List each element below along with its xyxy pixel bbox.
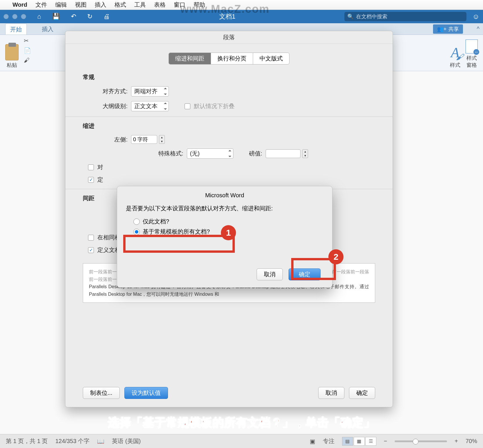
indent-heading: 缩进 — [83, 122, 375, 130]
share-button[interactable]: 👥+共享 — [433, 24, 463, 34]
menu-table[interactable]: 表格 — [154, 1, 166, 9]
app-name[interactable]: Word — [12, 1, 27, 8]
copy-icon[interactable]: 📄 — [24, 47, 31, 54]
paragraph-ok-button[interactable]: 确定 — [349, 387, 375, 399]
annotation-badge-2: 2 — [328, 249, 344, 264]
close-window-icon[interactable] — [3, 14, 9, 19]
tab-stops-button[interactable]: 制表位... — [83, 387, 120, 399]
indent-left-input[interactable] — [131, 135, 157, 144]
page-indicator[interactable]: 第 1 页，共 1 页 — [6, 437, 48, 445]
define-grid-checkbox[interactable] — [88, 177, 94, 183]
by-value-input[interactable] — [266, 149, 300, 158]
special-format-select[interactable]: (无) — [187, 148, 233, 159]
alignment-select[interactable]: 两端对齐 — [131, 86, 169, 96]
zoom-slider[interactable] — [395, 440, 447, 442]
menu-file[interactable]: 文件 — [35, 1, 47, 9]
macos-menubar: Word 文件 编辑 视图 插入 格式 工具 表格 窗口 帮助 — [0, 0, 483, 10]
focus-mode-label[interactable]: 专注 — [323, 437, 334, 445]
styles-pane-group: ↔ 样式 窗格 — [466, 37, 478, 69]
document-title: 文档1 — [110, 12, 344, 21]
alert-ok-button[interactable]: 确定 — [289, 268, 321, 280]
tab-asian-typography[interactable]: 中文版式 — [253, 53, 289, 64]
language-indicator[interactable]: 英语 (美国) — [112, 437, 141, 445]
zoom-out-icon[interactable]: − — [384, 438, 387, 445]
zoom-in-icon[interactable]: + — [455, 438, 458, 445]
indent-left-stepper[interactable]: ▲▼ — [159, 135, 165, 144]
outline-level-label: 大纲级别: — [93, 102, 128, 110]
alert-title: Microsoft Word — [126, 192, 323, 199]
window-titlebar: ⌂ 💾 ↶ ↻ 🖨 文档1 🔍 在文档中搜索 ☺ — [0, 10, 483, 23]
search-icon: 🔍 — [347, 13, 354, 20]
undo-icon[interactable]: ↶ — [71, 13, 76, 20]
menu-insert[interactable]: 插入 — [95, 1, 106, 9]
web-layout-view-icon[interactable]: ▦ — [354, 437, 365, 446]
person-plus-icon: 👥+ — [437, 26, 447, 32]
print-icon[interactable]: 🖨 — [103, 13, 110, 20]
collapse-default-checkbox[interactable] — [185, 103, 190, 109]
special-format-label: 特殊格式: — [158, 150, 183, 157]
no-space-same-style-checkbox[interactable] — [88, 235, 94, 241]
word-count[interactable]: 124/353 个字 — [55, 437, 90, 445]
quick-access-toolbar: ⌂ 💾 ↶ ↻ 🖨 — [37, 13, 110, 20]
menu-window[interactable]: 窗口 — [174, 1, 185, 9]
define-grid-label: 定 — [97, 176, 103, 184]
cut-icon[interactable]: ✂ — [24, 37, 31, 44]
save-icon[interactable]: 💾 — [52, 13, 60, 20]
tab-line-page-breaks[interactable]: 换行和分页 — [211, 53, 253, 64]
mirror-indent-checkbox[interactable] — [88, 164, 94, 170]
menu-tools[interactable]: 工具 — [134, 1, 146, 9]
menu-format[interactable]: 格式 — [115, 1, 126, 9]
spellcheck-icon[interactable]: 📖 — [97, 438, 104, 445]
option-all-docs-radio[interactable] — [133, 229, 140, 235]
focus-mode-icon[interactable]: ▣ — [310, 438, 315, 445]
dialog-tab-bar: 缩进和间距 换行和分页 中文版式 — [65, 53, 393, 64]
styles-pane-label: 样式 窗格 — [466, 55, 477, 69]
outline-view-icon[interactable]: ☰ — [365, 437, 376, 446]
zoom-percent[interactable]: 70% — [466, 438, 477, 445]
instruction-caption: 选择「基于常规模板的所有文档？」，单击「确定」 — [0, 415, 483, 431]
option-all-docs-label: 基于常规模板的所有文档? — [143, 228, 210, 236]
indent-left-label: 左侧: — [93, 136, 128, 144]
zoom-window-icon[interactable] — [21, 14, 26, 19]
option-this-doc-label: 仅此文档? — [143, 218, 169, 225]
tab-insert[interactable]: 插入 — [37, 24, 58, 34]
styles-pane-icon[interactable]: ↔ — [466, 40, 478, 53]
option-this-doc-row[interactable]: 仅此文档? — [133, 218, 323, 225]
status-bar: 第 1 页，共 1 页 124/353 个字 📖 英语 (美国) ▣ 专注 ▤ … — [0, 434, 483, 448]
annotation-badge-1: 1 — [221, 225, 236, 240]
by-value-stepper[interactable]: ▲▼ — [302, 149, 308, 158]
search-input[interactable]: 🔍 在文档中搜索 — [344, 12, 466, 21]
clipboard-icon[interactable] — [5, 44, 19, 60]
menu-help[interactable]: 帮助 — [194, 1, 205, 9]
alert-message: 是否要为以下文本设置段落的默认对齐方式、缩进和间距: — [126, 205, 323, 212]
alert-cancel-button[interactable]: 取消 — [257, 268, 283, 280]
set-default-button[interactable]: 设为默认值 — [124, 387, 168, 399]
collapse-default-label: 默认情况下折叠 — [194, 102, 235, 110]
print-layout-view-icon[interactable]: ▤ — [342, 437, 353, 446]
by-value-label: 磅值: — [249, 150, 262, 157]
home-icon[interactable]: ⌂ — [37, 13, 41, 20]
user-icon[interactable]: ☺ — [472, 12, 480, 21]
snap-to-grid-checkbox[interactable] — [88, 247, 94, 253]
styles-group: A🖌 样式 — [450, 37, 460, 69]
paste-label: 粘贴 — [7, 62, 17, 69]
tab-indent-spacing[interactable]: 缩进和间距 — [169, 53, 211, 64]
format-painter-icon[interactable]: 🖌 — [24, 57, 31, 64]
chevron-up-icon[interactable]: ^ — [477, 26, 480, 32]
redo-icon[interactable]: ↻ — [87, 13, 92, 20]
paste-group: 粘贴 — [5, 37, 19, 69]
tab-home[interactable]: 开始 — [5, 24, 27, 35]
outline-level-select[interactable]: 正文文本 — [131, 101, 169, 111]
dialog-title: 段落 — [65, 31, 393, 44]
clipboard-small-icons: ✂ 📄 🖌 — [24, 37, 31, 69]
alignment-label: 对齐方式: — [93, 87, 128, 95]
styles-icon[interactable]: A🖌 — [451, 44, 459, 60]
paragraph-cancel-button[interactable]: 取消 — [318, 387, 344, 399]
menu-view[interactable]: 视图 — [75, 1, 87, 9]
option-this-doc-radio[interactable] — [133, 218, 140, 225]
view-buttons: ▤ ▦ ☰ — [342, 437, 376, 446]
styles-label: 样式 — [450, 62, 460, 69]
minimize-window-icon[interactable] — [12, 14, 17, 19]
traffic-lights — [3, 14, 26, 19]
menu-edit[interactable]: 编辑 — [55, 1, 67, 9]
